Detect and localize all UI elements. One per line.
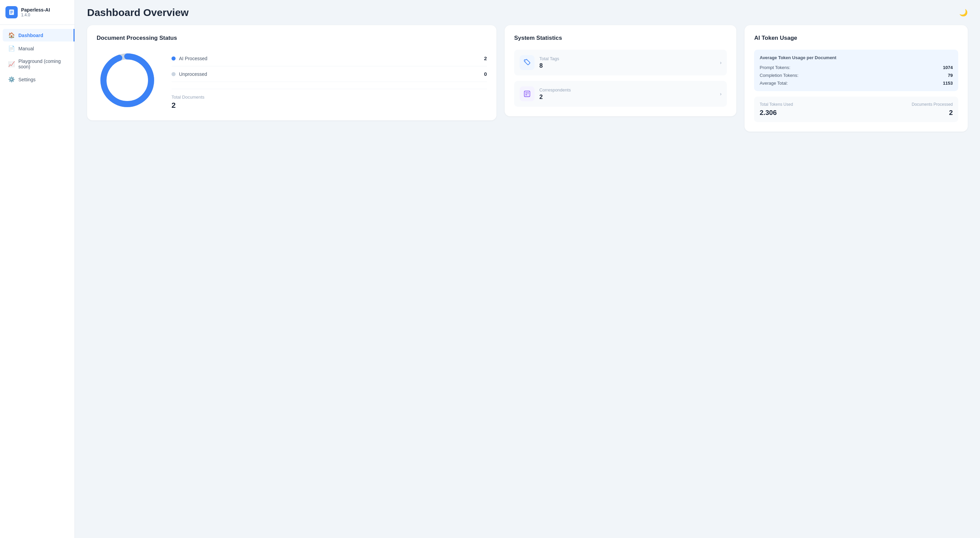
- app-logo-icon: [5, 6, 18, 18]
- svg-rect-9: [525, 94, 527, 95]
- ai-processed-label: AI Processed: [179, 56, 207, 61]
- total-tokens-used-label: Total Tokens Used: [759, 102, 793, 107]
- sidebar-item-settings-label: Settings: [18, 77, 36, 82]
- dark-mode-toggle[interactable]: 🌙: [959, 8, 968, 17]
- average-total-value: 1153: [943, 81, 953, 86]
- unprocessed-value: 0: [484, 71, 487, 77]
- tags-icon: [520, 55, 535, 70]
- completion-tokens-row: Completion Tokens: 79: [759, 73, 953, 78]
- page-title: Dashboard Overview: [87, 7, 189, 18]
- correspondents-stat-label: Correspondents: [539, 87, 715, 92]
- manual-icon: 📄: [8, 45, 15, 52]
- sidebar-item-manual[interactable]: 📄 Manual: [3, 42, 72, 55]
- dashboard-content: Document Processing Status: [75, 22, 980, 144]
- legend-unprocessed: Unprocessed 0: [172, 66, 487, 82]
- unprocessed-dot: [172, 72, 176, 76]
- donut-chart: [97, 50, 158, 111]
- total-docs-label: Total Documents: [172, 95, 487, 100]
- sidebar-nav: 🏠 Dashboard 📄 Manual 📈 Playground (comin…: [0, 25, 75, 90]
- correspondents-icon: [520, 86, 535, 102]
- playground-icon: 📈: [8, 61, 15, 67]
- top-bar: Dashboard Overview 🌙: [75, 0, 980, 22]
- svg-rect-7: [525, 92, 527, 94]
- home-icon: 🏠: [8, 32, 15, 38]
- doc-processing-title: Document Processing Status: [97, 35, 487, 41]
- token-avg-title: Average Token Usage per Document: [759, 55, 953, 60]
- correspondents-chevron-icon: ›: [720, 91, 722, 97]
- completion-tokens-label: Completion Tokens:: [759, 73, 798, 78]
- docs-processed-label: Documents Processed: [912, 102, 953, 107]
- app-title: Paperless-AI: [21, 7, 50, 13]
- tags-stat-label: Total Tags: [539, 56, 715, 61]
- svg-rect-10: [527, 94, 529, 95]
- sidebar-item-playground-label: Playground (coming soon): [18, 59, 66, 69]
- svg-rect-1: [10, 11, 13, 11]
- total-tokens-used-value: 2.306: [759, 109, 776, 117]
- prompt-tokens-label: Prompt Tokens:: [759, 65, 790, 70]
- tags-chevron-icon: ›: [720, 60, 722, 65]
- sidebar-item-dashboard[interactable]: 🏠 Dashboard: [3, 29, 75, 41]
- sidebar-item-dashboard-label: Dashboard: [18, 33, 43, 38]
- token-usage-title: AI Token Usage: [754, 35, 958, 41]
- sidebar-item-settings[interactable]: ⚙️ Settings: [3, 73, 72, 86]
- ai-processed-value: 2: [484, 56, 487, 61]
- stat-row-tags[interactable]: Total Tags 8 ›: [514, 50, 727, 76]
- sidebar-logo: Paperless-AI 1.4.0: [0, 0, 75, 25]
- unprocessed-label: Unprocessed: [179, 71, 207, 77]
- doc-processing-card: Document Processing Status: [87, 25, 496, 121]
- token-totals-box: Total Tokens Used Documents Processed 2.…: [754, 97, 958, 122]
- svg-point-5: [103, 56, 151, 104]
- token-avg-box: Average Token Usage per Document Prompt …: [754, 50, 958, 91]
- tags-stat-value: 8: [539, 62, 715, 69]
- sidebar: Paperless-AI 1.4.0 🏠 Dashboard 📄 Manual …: [0, 0, 75, 538]
- sidebar-item-manual-label: Manual: [18, 46, 34, 51]
- docs-processed-value: 2: [949, 109, 953, 117]
- main-area: Dashboard Overview 🌙 Document Processing…: [75, 0, 980, 538]
- svg-rect-8: [527, 92, 529, 94]
- svg-rect-2: [10, 12, 13, 13]
- legend-ai-processed: AI Processed 2: [172, 51, 487, 66]
- sidebar-item-playground[interactable]: 📈 Playground (coming soon): [3, 56, 72, 73]
- completion-tokens-value: 79: [948, 73, 953, 78]
- average-total-label: Average Total:: [759, 81, 788, 86]
- system-stats-card: System Statistics Total Tags 8 ›: [504, 25, 737, 116]
- prompt-tokens-value: 1074: [943, 65, 953, 70]
- settings-icon: ⚙️: [8, 76, 15, 83]
- average-total-row: Average Total: 1153: [759, 81, 953, 86]
- prompt-tokens-row: Prompt Tokens: 1074: [759, 65, 953, 70]
- svg-rect-6: [524, 91, 530, 97]
- token-usage-card: AI Token Usage Average Token Usage per D…: [745, 25, 968, 132]
- ai-processed-dot: [172, 56, 176, 60]
- stat-row-correspondents[interactable]: Correspondents 2 ›: [514, 81, 727, 107]
- svg-rect-3: [10, 13, 12, 14]
- app-version: 1.4.0: [21, 13, 50, 17]
- system-stats-title: System Statistics: [514, 35, 727, 41]
- total-docs-value: 2: [172, 101, 487, 110]
- correspondents-stat-value: 2: [539, 94, 715, 101]
